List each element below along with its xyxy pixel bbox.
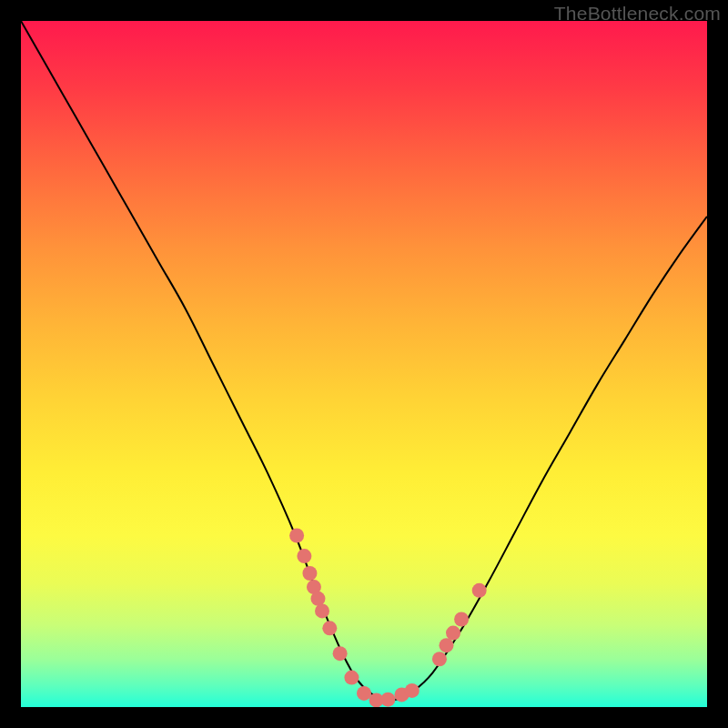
data-marker	[310, 592, 325, 606]
data-marker	[302, 566, 317, 581]
curve-svg	[21, 21, 707, 707]
plot-area	[21, 21, 707, 707]
data-marker	[297, 549, 311, 563]
data-marker	[472, 583, 487, 598]
data-marker	[315, 603, 329, 618]
data-marker	[322, 621, 337, 635]
data-marker	[439, 638, 453, 652]
marker-group	[289, 529, 487, 708]
data-marker	[380, 693, 395, 707]
data-marker	[446, 626, 460, 641]
chart-frame: TheBottleneck.com	[0, 0, 728, 728]
data-marker	[357, 686, 371, 701]
data-marker	[289, 529, 304, 543]
data-marker	[432, 652, 447, 666]
bottleneck-curve	[21, 21, 707, 701]
data-marker	[344, 671, 359, 685]
data-marker	[454, 612, 469, 626]
data-marker	[333, 646, 348, 661]
data-marker	[405, 683, 420, 698]
